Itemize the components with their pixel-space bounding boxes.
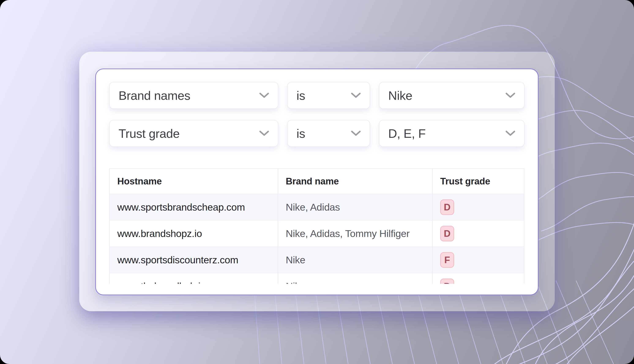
filter-field-dropdown[interactable]: Trust grade bbox=[109, 120, 278, 147]
filter-value-dropdown[interactable]: D, E, F bbox=[379, 120, 525, 147]
trust-grade-cell: D bbox=[433, 220, 524, 246]
table-row: www.sportsdiscounterz.com Nike F bbox=[110, 246, 524, 273]
chevron-down-icon bbox=[351, 93, 361, 98]
column-header-hostname: Hostname bbox=[110, 169, 278, 194]
results-table: Hostname Brand name Trust grade www.spor… bbox=[109, 168, 524, 284]
screenshot-canvas: Brand names is Nike Trust grade bbox=[0, 0, 634, 364]
filter-operator-label: is bbox=[297, 126, 305, 140]
trust-grade-cell: D bbox=[433, 273, 524, 284]
table-header-row: Hostname Brand name Trust grade bbox=[110, 169, 524, 194]
filter-operator-dropdown[interactable]: is bbox=[287, 82, 370, 109]
filter-builder: Brand names is Nike Trust grade bbox=[109, 82, 525, 147]
column-header-brand-name: Brand name bbox=[278, 169, 433, 194]
brand-name-cell: Nike bbox=[278, 247, 433, 273]
hostname-cell: www.brandshopz.io bbox=[110, 220, 278, 246]
filter-value-dropdown[interactable]: Nike bbox=[379, 82, 525, 109]
filter-operator-dropdown[interactable]: is bbox=[287, 120, 370, 147]
trust-grade-cell: F bbox=[433, 247, 524, 273]
chevron-down-icon bbox=[506, 93, 515, 98]
chevron-down-icon bbox=[259, 130, 269, 136]
table-row: www.thebrandhub.io Nike D bbox=[110, 273, 524, 284]
trust-grade-badge: F bbox=[440, 252, 454, 268]
filter-value-label: Nike bbox=[388, 88, 412, 102]
hostname-cell: www.thebrandhub.io bbox=[110, 273, 278, 284]
brand-name-cell: Nike bbox=[278, 273, 433, 284]
hostname-cell: www.sportsbrandscheap.com bbox=[110, 194, 278, 220]
filter-card: Brand names is Nike Trust grade bbox=[95, 68, 538, 295]
chevron-down-icon bbox=[506, 130, 515, 136]
filter-value-label: D, E, F bbox=[388, 126, 426, 140]
filter-field-label: Brand names bbox=[119, 88, 190, 102]
filter-field-label: Trust grade bbox=[119, 126, 180, 140]
trust-grade-badge: D bbox=[440, 278, 454, 284]
table-row: www.sportsbrandscheap.com Nike, Adidas D bbox=[110, 194, 524, 220]
brand-name-cell: Nike, Adidas, Tommy Hilfiger bbox=[278, 220, 433, 246]
brand-name-cell: Nike, Adidas bbox=[278, 194, 433, 220]
column-header-trust-grade: Trust grade bbox=[433, 169, 524, 194]
hostname-cell: www.sportsdiscounterz.com bbox=[110, 247, 278, 273]
table-row: www.brandshopz.io Nike, Adidas, Tommy Hi… bbox=[110, 220, 524, 246]
chevron-down-icon bbox=[259, 93, 269, 98]
filter-operator-label: is bbox=[297, 88, 305, 102]
filter-field-dropdown[interactable]: Brand names bbox=[109, 82, 278, 109]
trust-grade-badge: D bbox=[440, 200, 454, 215]
chevron-down-icon bbox=[351, 130, 361, 136]
trust-grade-badge: D bbox=[440, 226, 454, 242]
trust-grade-cell: D bbox=[433, 194, 524, 220]
